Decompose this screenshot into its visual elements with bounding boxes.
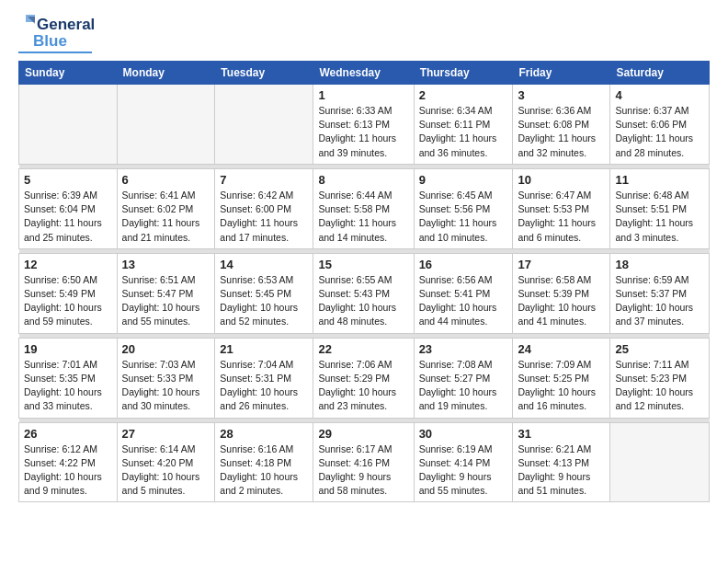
day-detail: Sunrise: 6:37 AMSunset: 6:06 PMDaylight:…	[615, 104, 704, 160]
day-detail: Sunrise: 7:01 AMSunset: 5:35 PMDaylight:…	[24, 358, 112, 414]
calendar-cell: 26Sunrise: 6:12 AMSunset: 4:22 PMDayligh…	[19, 422, 118, 502]
day-detail: Sunrise: 6:42 AMSunset: 6:00 PMDaylight:…	[220, 189, 308, 245]
day-detail: Sunrise: 6:16 AMSunset: 4:18 PMDaylight:…	[220, 442, 308, 499]
day-number: 22	[318, 342, 408, 356]
day-detail: Sunrise: 7:09 AMSunset: 5:25 PMDaylight:…	[518, 358, 605, 414]
day-number: 29	[318, 427, 408, 441]
calendar-cell	[117, 85, 215, 165]
day-number: 24	[518, 342, 605, 356]
calendar-cell: 2Sunrise: 6:34 AMSunset: 6:11 PMDaylight…	[414, 85, 513, 165]
day-detail: Sunrise: 7:11 AMSunset: 5:23 PMDaylight:…	[615, 358, 704, 414]
day-number: 26	[24, 427, 112, 441]
calendar-cell	[610, 422, 710, 502]
day-number: 10	[518, 173, 605, 187]
calendar-cell: 30Sunrise: 6:19 AMSunset: 4:14 PMDayligh…	[414, 422, 513, 502]
day-number: 7	[220, 173, 308, 187]
day-number: 25	[615, 342, 704, 356]
header: General Blue	[18, 15, 710, 53]
day-detail: Sunrise: 6:56 AMSunset: 5:41 PMDaylight:…	[419, 273, 508, 329]
day-number: 2	[419, 88, 508, 102]
calendar-cell: 18Sunrise: 6:59 AMSunset: 5:37 PMDayligh…	[610, 253, 710, 333]
day-detail: Sunrise: 7:03 AMSunset: 5:33 PMDaylight:…	[122, 358, 210, 414]
day-detail: Sunrise: 6:39 AMSunset: 6:04 PMDaylight:…	[24, 189, 112, 245]
calendar-cell: 19Sunrise: 7:01 AMSunset: 5:35 PMDayligh…	[19, 338, 118, 418]
day-number: 1	[318, 88, 408, 102]
day-number: 18	[615, 258, 704, 271]
day-detail: Sunrise: 7:06 AMSunset: 5:29 PMDaylight:…	[318, 358, 408, 414]
calendar-cell: 7Sunrise: 6:42 AMSunset: 6:00 PMDaylight…	[215, 168, 313, 248]
day-detail: Sunrise: 6:53 AMSunset: 5:45 PMDaylight:…	[220, 273, 308, 329]
day-number: 13	[122, 258, 210, 271]
col-wednesday: Wednesday	[313, 62, 414, 85]
week-row-5: 26Sunrise: 6:12 AMSunset: 4:22 PMDayligh…	[19, 422, 710, 502]
calendar-cell: 5Sunrise: 6:39 AMSunset: 6:04 PMDaylight…	[19, 168, 118, 248]
day-number: 16	[419, 258, 508, 271]
day-detail: Sunrise: 6:47 AMSunset: 5:53 PMDaylight:…	[518, 189, 605, 245]
day-number: 6	[122, 173, 210, 187]
calendar-cell: 12Sunrise: 6:50 AMSunset: 5:49 PMDayligh…	[19, 253, 118, 333]
day-detail: Sunrise: 6:50 AMSunset: 5:49 PMDaylight:…	[24, 273, 112, 329]
page-container: General Blue Sunday Monday Tuesday Wedne…	[0, 0, 728, 511]
day-detail: Sunrise: 6:17 AMSunset: 4:16 PMDaylight:…	[318, 442, 408, 499]
day-number: 31	[518, 427, 605, 441]
calendar-cell: 10Sunrise: 6:47 AMSunset: 5:53 PMDayligh…	[513, 168, 610, 248]
week-row-2: 5Sunrise: 6:39 AMSunset: 6:04 PMDaylight…	[19, 168, 710, 248]
day-number: 30	[419, 427, 508, 441]
calendar-cell: 17Sunrise: 6:58 AMSunset: 5:39 PMDayligh…	[513, 253, 610, 333]
calendar-cell: 14Sunrise: 6:53 AMSunset: 5:45 PMDayligh…	[215, 253, 313, 333]
calendar-header-row: Sunday Monday Tuesday Wednesday Thursday…	[19, 62, 710, 85]
col-friday: Friday	[513, 62, 610, 85]
col-thursday: Thursday	[414, 62, 513, 85]
day-detail: Sunrise: 6:12 AMSunset: 4:22 PMDaylight:…	[24, 442, 112, 499]
day-detail: Sunrise: 6:58 AMSunset: 5:39 PMDaylight:…	[518, 273, 605, 329]
day-number: 3	[518, 88, 605, 102]
day-number: 27	[122, 427, 210, 441]
calendar-cell: 6Sunrise: 6:41 AMSunset: 6:02 PMDaylight…	[117, 168, 215, 248]
calendar-cell	[19, 85, 118, 165]
day-detail: Sunrise: 6:48 AMSunset: 5:51 PMDaylight:…	[615, 189, 704, 245]
day-detail: Sunrise: 6:59 AMSunset: 5:37 PMDaylight:…	[615, 273, 704, 329]
calendar-cell: 11Sunrise: 6:48 AMSunset: 5:51 PMDayligh…	[610, 168, 710, 248]
calendar-cell: 22Sunrise: 7:06 AMSunset: 5:29 PMDayligh…	[313, 338, 414, 418]
day-number: 28	[220, 427, 308, 441]
calendar-cell: 3Sunrise: 6:36 AMSunset: 6:08 PMDaylight…	[513, 85, 610, 165]
calendar-cell: 4Sunrise: 6:37 AMSunset: 6:06 PMDaylight…	[610, 85, 710, 165]
day-number: 5	[24, 173, 112, 187]
day-detail: Sunrise: 6:41 AMSunset: 6:02 PMDaylight:…	[122, 189, 210, 245]
day-number: 20	[122, 342, 210, 356]
calendar-cell: 8Sunrise: 6:44 AMSunset: 5:58 PMDaylight…	[313, 168, 414, 248]
calendar-cell: 15Sunrise: 6:55 AMSunset: 5:43 PMDayligh…	[313, 253, 414, 333]
week-row-1: 1Sunrise: 6:33 AMSunset: 6:13 PMDaylight…	[19, 85, 710, 165]
day-detail: Sunrise: 6:21 AMSunset: 4:13 PMDaylight:…	[518, 442, 605, 499]
calendar-cell	[215, 85, 313, 165]
calendar-cell: 27Sunrise: 6:14 AMSunset: 4:20 PMDayligh…	[117, 422, 215, 502]
calendar-cell: 13Sunrise: 6:51 AMSunset: 5:47 PMDayligh…	[117, 253, 215, 333]
day-detail: Sunrise: 6:14 AMSunset: 4:20 PMDaylight:…	[122, 442, 210, 499]
day-number: 8	[318, 173, 408, 187]
logo-blue: Blue	[33, 32, 67, 51]
day-detail: Sunrise: 6:36 AMSunset: 6:08 PMDaylight:…	[518, 104, 605, 160]
calendar-table: Sunday Monday Tuesday Wednesday Thursday…	[18, 61, 710, 502]
day-detail: Sunrise: 6:51 AMSunset: 5:47 PMDaylight:…	[122, 273, 210, 329]
calendar-cell: 20Sunrise: 7:03 AMSunset: 5:33 PMDayligh…	[117, 338, 215, 418]
logo-underline	[18, 52, 92, 53]
col-sunday: Sunday	[19, 62, 118, 85]
day-detail: Sunrise: 6:44 AMSunset: 5:58 PMDaylight:…	[318, 189, 408, 245]
calendar-cell: 24Sunrise: 7:09 AMSunset: 5:25 PMDayligh…	[513, 338, 610, 418]
day-number: 4	[615, 88, 704, 102]
day-detail: Sunrise: 6:55 AMSunset: 5:43 PMDaylight:…	[318, 273, 408, 329]
day-number: 23	[419, 342, 508, 356]
day-number: 9	[419, 173, 508, 187]
day-number: 17	[518, 258, 605, 271]
day-number: 21	[220, 342, 308, 356]
day-detail: Sunrise: 7:04 AMSunset: 5:31 PMDaylight:…	[220, 358, 308, 414]
calendar-cell: 21Sunrise: 7:04 AMSunset: 5:31 PMDayligh…	[215, 338, 313, 418]
calendar-cell: 23Sunrise: 7:08 AMSunset: 5:27 PMDayligh…	[414, 338, 513, 418]
col-saturday: Saturday	[610, 62, 710, 85]
calendar-cell: 28Sunrise: 6:16 AMSunset: 4:18 PMDayligh…	[215, 422, 313, 502]
day-detail: Sunrise: 7:08 AMSunset: 5:27 PMDaylight:…	[419, 358, 508, 414]
day-detail: Sunrise: 6:34 AMSunset: 6:11 PMDaylight:…	[419, 104, 508, 160]
day-number: 15	[318, 258, 408, 271]
day-detail: Sunrise: 6:45 AMSunset: 5:56 PMDaylight:…	[419, 189, 508, 245]
day-number: 11	[615, 173, 704, 187]
